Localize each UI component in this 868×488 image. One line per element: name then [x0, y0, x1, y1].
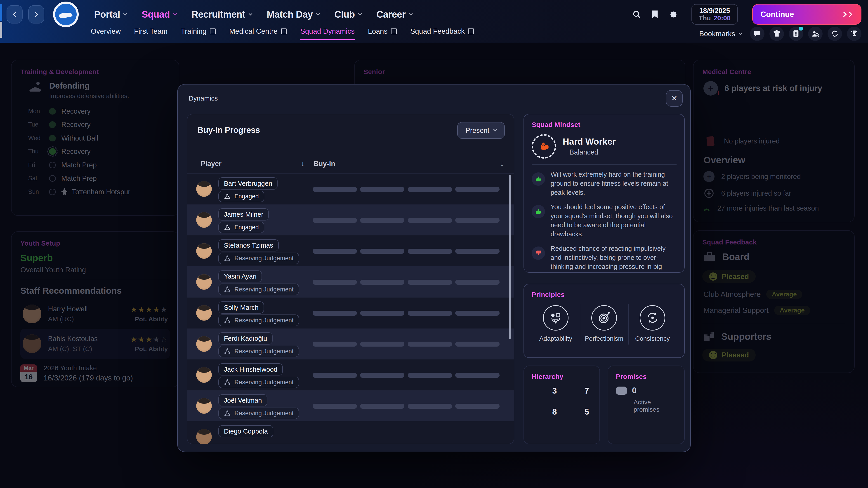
bookmarks-dropdown[interactable]: Bookmarks: [699, 30, 742, 38]
promises-card: Promises 0 Active promises: [608, 365, 684, 444]
chevron-down-icon: [493, 128, 497, 131]
player-column-header[interactable]: Player: [201, 160, 221, 168]
subnav-loans[interactable]: Loans: [368, 27, 397, 40]
avatar: [196, 181, 212, 197]
hierarchy-tier: 3: [532, 384, 559, 398]
buyin-progress-bar: [313, 218, 500, 223]
subnav-medical-centre[interactable]: Medical Centre: [229, 27, 287, 40]
avatar: [196, 398, 212, 414]
sort-arrow-icon[interactable]: ↓: [301, 160, 304, 168]
sort-arrow-icon[interactable]: ↓: [500, 160, 504, 168]
subnav-first-team[interactable]: First Team: [134, 27, 167, 40]
buyin-progress-bar: [313, 341, 500, 347]
scrollbar-thumb[interactable]: [509, 175, 511, 339]
player-name-chip[interactable]: Yasin Ayari: [218, 270, 262, 283]
player-name-chip[interactable]: Stefanos Tzimas: [218, 239, 278, 252]
pyramid-icon: [564, 404, 581, 419]
nav-match-day[interactable]: Match Day: [267, 9, 319, 20]
table-row[interactable]: Joël Veltman Reserving Judgement: [187, 390, 514, 421]
table-row[interactable]: Diego Coppola Reserving Judgement: [187, 421, 514, 444]
player-rows: Bart Verbruggen Engaged James Milner Eng…: [187, 173, 514, 444]
table-row[interactable]: Ferdi Kadıoğlu Reserving Judgement: [187, 328, 514, 359]
notification-badge: [799, 27, 803, 31]
principle-adaptability: Adaptability: [532, 304, 580, 345]
forward-button[interactable]: [28, 5, 44, 24]
squad-mindset-card: Squad Mindset Hard Worker Balanced Will …: [524, 114, 685, 273]
game-date[interactable]: 18/9/2025 Thu20:00: [691, 4, 738, 25]
back-button[interactable]: [6, 5, 23, 24]
nav-portal[interactable]: Portal: [94, 9, 127, 20]
player-name-chip[interactable]: James Milner: [218, 208, 269, 221]
continue-button[interactable]: Continue: [752, 4, 861, 25]
table-row[interactable]: Bart Verbruggen Engaged: [187, 173, 514, 204]
mindset-subtitle: Balanced: [569, 148, 616, 156]
avatar: [196, 367, 212, 383]
status-badge: Reserving Judgement: [218, 315, 299, 326]
table-row[interactable]: Solly March Reserving Judgement: [187, 297, 514, 328]
day-value: Thu: [699, 14, 711, 22]
close-button[interactable]: ✕: [666, 90, 682, 107]
promises-bubble-icon: [616, 387, 627, 395]
avatar: [196, 305, 212, 321]
buyin-progress-bar: [313, 373, 500, 378]
app-root: Portal Squad Recruitment Match Day Club …: [0, 0, 868, 488]
search-icon[interactable]: [632, 10, 641, 19]
reports-card-button[interactable]: [789, 27, 803, 41]
dialog-title: Dynamics: [189, 94, 218, 102]
external-link-icon: [391, 28, 397, 34]
perfectionism-icon: [591, 305, 617, 331]
close-icon: ✕: [671, 94, 677, 103]
inbox-chat-button[interactable]: [750, 27, 765, 41]
buyin-progress-card: Buy-in Progress Present Player ↓ Buy-In …: [187, 114, 514, 444]
subnav-squad-dynamics[interactable]: Squad Dynamics: [300, 27, 355, 40]
player-name-chip[interactable]: Ferdi Kadıoğlu: [218, 332, 272, 345]
chevron-down-icon: [409, 11, 413, 15]
mindset-name: Hard Worker: [563, 137, 616, 147]
nav-squad[interactable]: Squad: [142, 9, 177, 20]
hierarchy-tier: 8: [532, 404, 559, 419]
pyramid-icon: [532, 384, 548, 398]
subnav-squad-feedback[interactable]: Squad Feedback: [410, 27, 474, 40]
chevron-down-icon: [739, 31, 742, 35]
sync-button[interactable]: [828, 27, 842, 41]
nav-club[interactable]: Club: [334, 9, 362, 20]
hierarchy-tier: 7: [564, 384, 592, 398]
player-name-chip[interactable]: Jack Hinshelwood: [218, 363, 283, 376]
pyramid-icon: [564, 384, 581, 398]
gear-icon[interactable]: [669, 10, 678, 19]
table-row[interactable]: James Milner Engaged: [187, 204, 514, 235]
network-icon: [224, 286, 231, 293]
table-header: Player ↓ Buy-In ↓: [187, 160, 514, 172]
divider: [532, 164, 676, 164]
player-name-chip[interactable]: Solly March: [218, 301, 264, 314]
trophy-button[interactable]: [847, 27, 862, 41]
mindset-bullet: Will work extremely hard on the training…: [532, 170, 676, 197]
present-filter-dropdown[interactable]: Present: [457, 122, 505, 138]
player-name-chip[interactable]: Joël Veltman: [218, 394, 267, 406]
table-row[interactable]: Stefanos Tzimas Reserving Judgement: [187, 235, 514, 266]
external-link-icon: [468, 28, 474, 34]
chevron-down-icon: [358, 11, 362, 15]
bookmark-icon[interactable]: [651, 10, 659, 19]
subnav-overview[interactable]: Overview: [91, 27, 121, 40]
external-link-icon: [210, 28, 216, 34]
dynamics-dialog: Dynamics ✕ Buy-in Progress Present Playe…: [177, 84, 691, 452]
chevron-down-icon: [316, 11, 320, 15]
player-name-chip[interactable]: Bart Verbruggen: [218, 177, 278, 190]
status-badge: Engaged: [218, 191, 264, 202]
player-name-chip[interactable]: Diego Coppola: [218, 425, 273, 437]
squad-shirt-button[interactable]: [770, 27, 784, 41]
date-value: 18/9/2025: [699, 7, 730, 15]
hierarchy-card: Hierarchy 3 7 8 5: [524, 365, 600, 444]
subnav-training[interactable]: Training: [181, 27, 216, 40]
buyin-column-header[interactable]: Buy-In: [314, 160, 335, 168]
chevron-down-icon: [173, 11, 177, 15]
nav-career[interactable]: Career: [376, 9, 412, 20]
table-row[interactable]: Yasin Ayari Reserving Judgement: [187, 266, 514, 297]
principles-card: Principles Adaptability Perfectionism Co…: [524, 284, 685, 358]
mindset-bullet: Reduced chance of reacting impulsively a…: [532, 244, 676, 273]
principle-perfectionism: Perfectionism: [580, 304, 628, 345]
table-row[interactable]: Jack Hinshelwood Reserving Judgement: [187, 359, 514, 390]
scouting-button[interactable]: [808, 27, 823, 41]
nav-recruitment[interactable]: Recruitment: [191, 9, 252, 20]
